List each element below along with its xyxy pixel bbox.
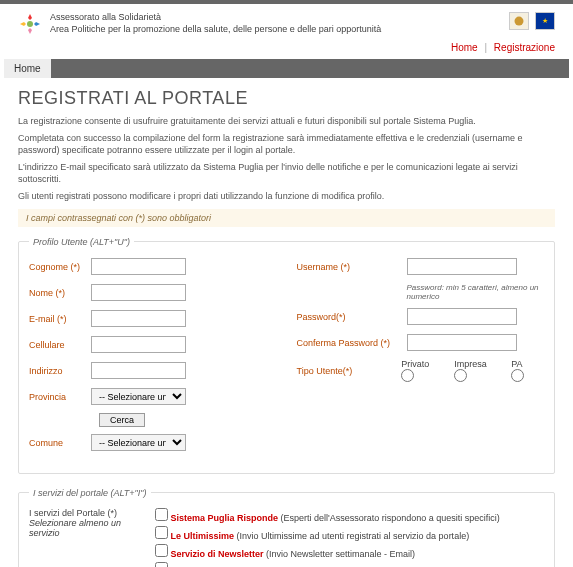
password-hint: Password: min 5 caratteri, almeno un num… [407,283,545,301]
page-title: REGISTRATI AL PORTALE [18,88,555,109]
input-cognome[interactable] [91,258,186,275]
input-password[interactable] [407,308,517,325]
topnav-registrazione-link[interactable]: Registrazione [494,42,555,53]
checkbox-svc-risponde[interactable] [155,508,168,521]
legend-profilo: Profilo Utente (ALT+"U") [29,237,134,247]
svc1-desc: (Esperti dell'Assessorato rispondono a q… [278,513,500,523]
label-email: E-mail (*) [29,314,91,324]
main-nav: Home [4,59,569,78]
region-emblem-icon [509,12,529,30]
topnav-home-link[interactable]: Home [451,42,478,53]
intro-text-3: L'indirizzo E-mail specificato sarà util… [18,161,555,186]
label-tipo-pa: PA [511,359,522,369]
select-provincia[interactable]: -- Selezionare una Provincia -- [91,388,186,405]
label-password: Password(*) [297,312,407,322]
label-tipo-utente: Tipo Utente(*) [297,366,402,376]
checkbox-svc-ultimissime[interactable] [155,526,168,539]
svc2-name: Le Ultimissime [171,531,235,541]
top-nav: Home | Registrazione [0,38,573,59]
intro-text-4: Gli utenti registrati possono modificare… [18,190,555,203]
required-fields-note: I campi contrassegnati con (*) sono obbl… [18,209,555,227]
label-tipo-impresa: Impresa [454,359,487,369]
cerca-button[interactable]: Cerca [99,413,145,427]
label-conferma-password: Conferma Password (*) [297,338,407,348]
header-org1: Assessorato alla Solidarietà [50,12,381,24]
input-indirizzo[interactable] [91,362,186,379]
intro-text-2: Completata con successo la compilazione … [18,132,555,157]
input-username[interactable] [407,258,517,275]
eu-flag-icon: ★ [535,12,555,30]
svc1-name: Sistema Puglia Risponde [171,513,279,523]
svc3-desc: (Invio Newsletter settimanale - Email) [264,549,416,559]
radio-pa[interactable] [511,369,524,382]
label-username: Username (*) [297,262,407,272]
fieldset-servizi: I servizi del portale (ALT+"I") I serviz… [18,488,555,567]
label-cognome: Cognome (*) [29,262,91,272]
svg-point-2 [515,17,524,26]
label-indirizzo: Indirizzo [29,366,91,376]
intro-text-1: La registrazione consente di usufruire g… [18,115,555,128]
label-nome: Nome (*) [29,288,91,298]
label-provincia: Provincia [29,392,91,402]
legend-servizi: I servizi del portale (ALT+"I") [29,488,151,498]
label-cellulare: Cellulare [29,340,91,350]
header: Assessorato alla Solidarietà Area Politi… [0,4,573,38]
input-cellulare[interactable] [91,336,186,353]
radio-impresa[interactable] [454,369,467,382]
svg-point-0 [27,21,33,27]
fieldset-profilo-utente: Profilo Utente (ALT+"U") Cognome (*) Nom… [18,237,555,474]
tab-home[interactable]: Home [4,59,51,78]
input-conferma-password[interactable] [407,334,517,351]
svc2-desc: (Invio Ultimissime ad utenti registrati … [234,531,469,541]
input-email[interactable] [91,310,186,327]
puglia-logo-icon [18,12,42,36]
checkbox-svc-bandi[interactable] [155,562,168,567]
label-tipo-privato: Privato [401,359,429,369]
select-comune[interactable]: -- Selezionare un Comune -- [91,434,186,451]
radio-privato[interactable] [401,369,414,382]
services-label-sub: Selezionare almeno un servizio [29,518,149,538]
input-nome[interactable] [91,284,186,301]
label-comune: Comune [29,438,91,448]
checkbox-svc-newsletter[interactable] [155,544,168,557]
services-label-main: I servizi del Portale (*) [29,508,149,518]
svc3-name: Servizio di Newsletter [171,549,264,559]
header-org2: Area Politiche per la promozione della s… [50,24,381,36]
